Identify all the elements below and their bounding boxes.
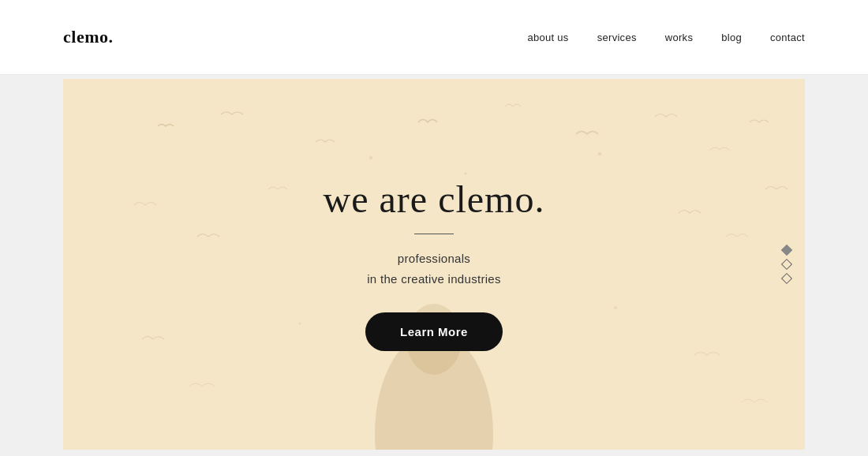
- hero-content: we are clemo. professionals in the creat…: [324, 178, 545, 352]
- site-logo[interactable]: clemo.: [63, 27, 113, 47]
- slide-indicator-2[interactable]: [781, 259, 792, 270]
- svg-point-4: [614, 306, 617, 309]
- svg-point-0: [369, 156, 372, 159]
- nav-item-blog[interactable]: blog: [721, 32, 742, 43]
- learn-more-button[interactable]: Learn More: [365, 312, 503, 351]
- svg-point-3: [299, 323, 301, 325]
- hero-subtitle: professionals in the creative industries: [367, 249, 501, 289]
- slide-indicators: [783, 246, 791, 282]
- nav-item-services[interactable]: services: [597, 32, 637, 43]
- nav-item-works[interactable]: works: [665, 32, 693, 43]
- hero-divider: [414, 234, 454, 235]
- svg-point-2: [598, 152, 601, 155]
- slide-indicator-3[interactable]: [781, 273, 792, 284]
- nav-item-contact[interactable]: contact: [770, 32, 805, 43]
- svg-point-1: [465, 173, 467, 175]
- main-nav: about us services works blog contact: [527, 32, 805, 43]
- hero-subtitle-line1: professionals: [398, 252, 470, 265]
- site-header: clemo. about us services works blog cont…: [0, 0, 868, 75]
- hero-subtitle-line2: in the creative industries: [367, 272, 501, 286]
- hero-section: we are clemo. professionals in the creat…: [63, 79, 805, 450]
- hero-title: we are clemo.: [324, 178, 545, 221]
- slide-indicator-1[interactable]: [781, 245, 792, 256]
- page-wrapper: clemo. about us services works blog cont…: [0, 0, 868, 456]
- hero-wrapper: we are clemo. professionals in the creat…: [0, 75, 868, 450]
- nav-item-about-us[interactable]: about us: [527, 32, 568, 43]
